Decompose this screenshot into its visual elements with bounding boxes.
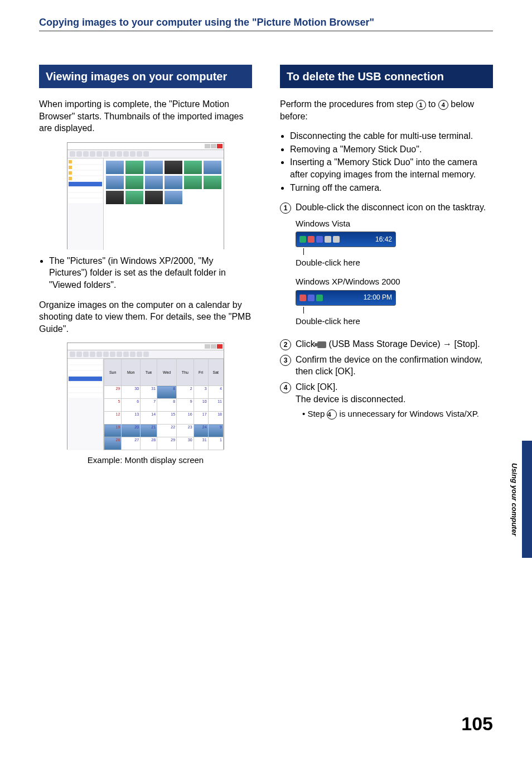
left-column: Viewing images on your computer When imp… [39,65,252,476]
circled-3-icon: 3 [280,355,291,366]
page-header-title: Copying images to your computer using th… [39,17,493,28]
step-1: 1 Double-click the disconnect icon on th… [280,201,493,335]
usb-device-icon [317,341,326,348]
circled-4-icon: 4 [280,382,291,393]
step-4-text-b: The device is disconnected. [296,394,405,404]
right-column: To delete the USB connection Perform the… [280,65,493,476]
circled-1-icon: 1 [416,100,426,110]
precondition-item: Removing a "Memory Stick Duo". [290,143,493,156]
step-2: 2 Click (USB Mass Storage Device) → [Sto… [280,338,493,350]
step-2-text-b: (USB Mass Storage Device) → [Stop]. [326,339,480,349]
left-organize-paragraph: Organize images on the computer on a cal… [39,299,252,335]
header-rule [39,31,493,31]
step-4-note: • Step 4 is unnecessary for Windows Vist… [302,408,493,420]
right-intro-paragraph: Perform the procedures from step 1 to 4 … [280,98,493,122]
precondition-item: Turning off the camera. [290,182,493,194]
side-tab-marker [522,441,532,558]
circled-4-icon: 4 [438,100,448,110]
tasktray-time-xp: 12:00 PM [364,293,392,302]
pointer-line-icon [303,248,304,255]
step-4-text-a: Click [OK]. [296,382,338,392]
step-1-text: Double-click the disconnect icon on the … [296,202,486,212]
precondition-list: Disconnecting the cable for multi-use te… [280,130,493,194]
figure-tasktray-vista: 16:42 [296,232,396,247]
precondition-item: Disconnecting the cable for multi-use te… [290,130,493,142]
label-double-click-here: Double-click here [296,257,493,268]
page-number: 105 [461,713,493,735]
circled-2-icon: 2 [280,339,291,350]
circled-1-icon: 1 [280,202,291,214]
label-windows-vista: Windows Vista [296,218,493,229]
step-3: 3 Confirm the device on the confirmation… [280,354,493,378]
side-tab-label: Using your computer [509,441,520,558]
step-4: 4 Click [OK]. The device is disconnected… [280,381,493,405]
left-bullet-default-folder: The "Pictures" (in Windows XP/2000, "My … [49,255,252,291]
pointer-line-icon [303,307,304,314]
circled-4-icon: 4 [327,409,337,420]
figure-pmb-calendar: SunMonTueWedThuFriSat 2930318234 5678910… [67,343,224,450]
figure-pmb-thumbnails [67,142,224,249]
step-3-text: Confirm the device on the confirmation w… [296,354,493,378]
left-intro-paragraph: When importing is complete, the "Picture… [39,98,252,134]
section-heading-viewing: Viewing images on your computer [39,65,252,88]
tasktray-time-vista: 16:42 [375,235,392,244]
precondition-item: Inserting a "Memory Stick Duo" into the … [290,156,493,180]
label-windows-xp-2000: Windows XP/Windows 2000 [296,276,493,287]
figure-caption-month: Example: Month display screen [39,455,252,465]
label-double-click-here: Double-click here [296,316,493,327]
figure-tasktray-xp: 12:00 PM [296,290,396,306]
section-heading-delete-usb: To delete the USB connection [280,65,493,88]
